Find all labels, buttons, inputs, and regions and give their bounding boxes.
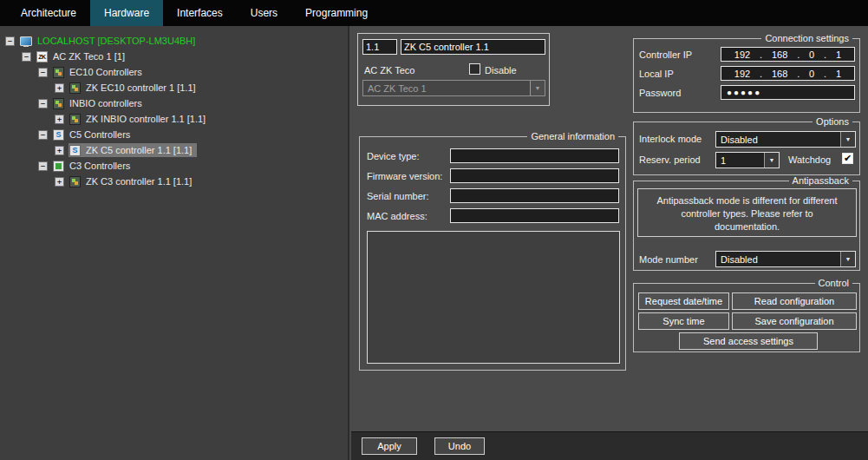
tab-bar: ArchitectureHardwareInterfacesUsersProgr… — [0, 0, 868, 26]
local-ip-input[interactable]: 192.168.0.1 — [721, 66, 855, 81]
device-type-input[interactable] — [450, 148, 619, 163]
address-input[interactable] — [362, 39, 397, 55]
reserv-period-label: Reserv. period — [639, 154, 701, 165]
tree-item-body[interactable]: EC10 Controllers — [52, 65, 147, 79]
apply-button[interactable]: Apply — [362, 437, 417, 455]
watchdog-checkbox[interactable] — [842, 153, 853, 164]
tree-item-body[interactable]: ZK C5 controller 1.1 [1.1] — [69, 143, 197, 157]
expand-icon[interactable]: + — [55, 83, 64, 93]
collapse-icon[interactable]: − — [38, 130, 48, 140]
tree-item-label: ZK C5 controller 1.1 [1.1] — [84, 144, 193, 156]
collapse-icon[interactable]: − — [38, 68, 48, 77]
controller-icon — [69, 176, 81, 187]
tree-item[interactable]: −C3 Controllers — [0, 158, 348, 174]
identity-box: AC ZK Teco Disable AC ZK Teco 1 — [357, 33, 550, 106]
tree-item-label: INBIO controllers — [68, 97, 144, 109]
read-configuration-button[interactable]: Read configuration — [732, 292, 857, 310]
tree-item-label: LOCALHOST [DESKTOP-LM3U4BH] — [36, 35, 197, 47]
ip-separator: . — [824, 49, 826, 60]
disable-checkbox[interactable] — [469, 63, 480, 75]
mac-address-input[interactable] — [450, 208, 619, 223]
password-input[interactable] — [721, 85, 855, 100]
expand-icon[interactable]: + — [55, 146, 64, 155]
controller-icon — [69, 82, 81, 94]
tree-item-body[interactable]: ZKAC ZK Teco 1 [1] — [36, 49, 130, 63]
expand-icon[interactable]: + — [55, 177, 64, 187]
undo-button[interactable]: Undo — [434, 437, 485, 455]
tree-item[interactable]: −INBIO controllers — [0, 95, 348, 111]
ip-octet[interactable]: 168 — [772, 49, 787, 60]
collapse-icon[interactable]: − — [5, 36, 15, 46]
ip-separator: . — [760, 49, 762, 60]
tree-item[interactable]: −EC10 Controllers — [0, 64, 348, 80]
tree-item-body[interactable]: ZK INBIO controller 1.1 [1.1] — [69, 112, 211, 126]
firmware-version-label: Firmware version: — [367, 171, 442, 181]
interlock-mode-select[interactable]: Disabled — [715, 131, 856, 148]
ip-octet[interactable]: 192 — [734, 49, 750, 60]
connection-settings-group: Connection settings Controller IP 192.16… — [633, 38, 860, 113]
ip-separator: . — [797, 49, 799, 60]
parent-device-select: AC ZK Teco 1 — [362, 80, 545, 96]
mode-number-label: Mode number — [639, 254, 698, 265]
tab-interfaces[interactable]: Interfaces — [163, 0, 237, 26]
app-window: ArchitectureHardwareInterfacesUsersProgr… — [0, 0, 868, 460]
tab-users[interactable]: Users — [237, 0, 291, 26]
ip-octet[interactable]: 1 — [836, 49, 841, 60]
interlock-mode-label: Interlock mode — [639, 134, 702, 144]
zk-logo-icon: ZK — [36, 51, 48, 62]
serial-number-input[interactable] — [450, 188, 619, 203]
reserv-period-value: 1 — [721, 155, 726, 166]
chevron-down-icon — [764, 153, 779, 168]
tree-item-body[interactable]: ZK C3 controller 1.1 [1.1] — [69, 174, 197, 188]
reserv-period-select[interactable]: 1 — [715, 152, 780, 168]
collapse-icon[interactable]: − — [38, 161, 48, 171]
ip-octet[interactable]: 168 — [772, 69, 787, 79]
tree-item-label: ZK C3 controller 1.1 [1.1] — [84, 175, 193, 187]
controller-ip-input[interactable]: 192.168.0.1 — [721, 47, 855, 62]
tree-item-body[interactable]: C5 Controllers — [52, 128, 135, 141]
ip-octet[interactable]: 0 — [809, 69, 814, 79]
firmware-version-input[interactable] — [450, 168, 619, 183]
tree-item-label: ZK INBIO controller 1.1 [1.1] — [84, 113, 207, 125]
controller-group-icon — [53, 67, 64, 78]
controller-name-input[interactable] — [401, 39, 545, 55]
control-buttons: Request date/timeRead configurationSync … — [634, 284, 859, 352]
ip-octet[interactable]: 0 — [809, 49, 814, 60]
expand-icon[interactable]: + — [55, 115, 64, 124]
ip-octet[interactable]: 1 — [836, 69, 841, 79]
c5-controller-icon — [69, 145, 81, 156]
c3-group-icon — [53, 161, 64, 172]
tree-item-label: EC10 Controllers — [68, 66, 144, 78]
tree-item[interactable]: −LOCALHOST [DESKTOP-LM3U4BH] — [0, 33, 348, 49]
tab-architecture[interactable]: Architecture — [7, 0, 90, 26]
tree-item[interactable]: −ZKAC ZK Teco 1 [1] — [0, 49, 348, 64]
tree-item-body[interactable]: C3 Controllers — [52, 159, 135, 173]
chevron-down-icon — [840, 252, 855, 266]
group-title: Antipassback — [789, 175, 852, 186]
send-access-settings-button[interactable]: Send access settings — [679, 332, 818, 350]
tree-item-label: C5 Controllers — [68, 128, 132, 141]
tree-item[interactable]: +ZK C3 controller 1.1 [1.1] — [0, 174, 348, 189]
ip-octet[interactable]: 192 — [734, 69, 750, 79]
tree-item[interactable]: +ZK EC10 controller 1 [1.1] — [0, 80, 348, 95]
controller-icon — [69, 114, 81, 125]
collapse-icon[interactable]: − — [22, 52, 31, 62]
tree-item-body[interactable]: LOCALHOST [DESKTOP-LM3U4BH] — [19, 34, 200, 48]
tab-programming[interactable]: Programming — [291, 0, 382, 26]
tab-hardware[interactable]: Hardware — [90, 0, 163, 26]
tree-item-body[interactable]: ZK EC10 controller 1 [1.1] — [69, 81, 201, 95]
tree-item[interactable]: −C5 Controllers — [0, 127, 348, 142]
sync-time-button[interactable]: Sync time — [638, 312, 729, 330]
chevron-down-icon — [840, 132, 855, 147]
save-configuration-button[interactable]: Save configuration — [732, 312, 857, 330]
tree-item-body[interactable]: INBIO controllers — [52, 96, 147, 110]
group-title: Connection settings — [761, 33, 852, 43]
request-date-time-button[interactable]: Request date/time — [638, 292, 729, 310]
tree-item[interactable]: +ZK C5 controller 1.1 [1.1] — [0, 142, 348, 158]
interlock-mode-value: Disabled — [721, 135, 758, 145]
disable-label: Disable — [485, 65, 517, 76]
options-group: Options Interlock mode Disabled Reserv. … — [633, 122, 860, 175]
collapse-icon[interactable]: − — [38, 99, 48, 108]
tree-item[interactable]: +ZK INBIO controller 1.1 [1.1] — [0, 111, 348, 127]
mode-number-select[interactable]: Disabled — [715, 251, 856, 267]
